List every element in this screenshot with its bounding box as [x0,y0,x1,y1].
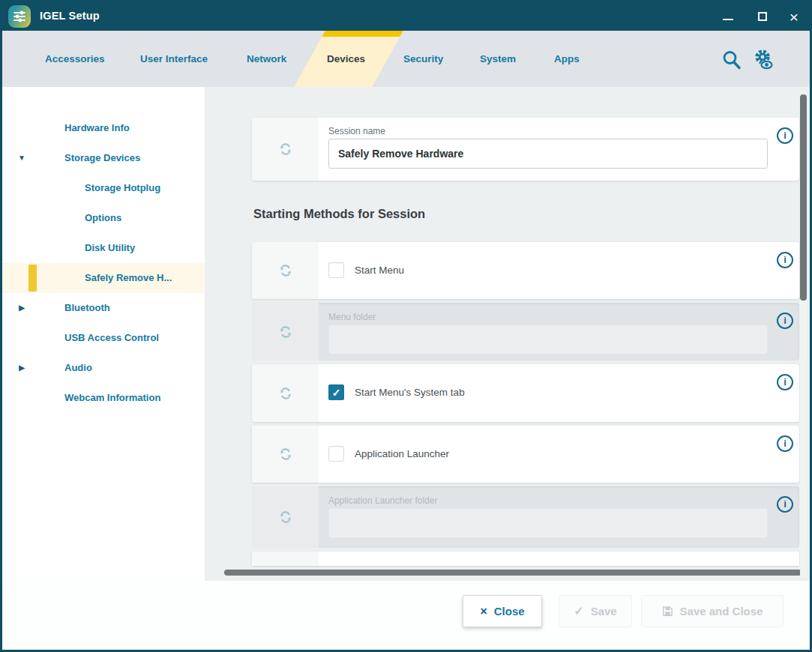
session-name-row: Session name i [252,118,799,181]
reset-column [252,118,319,181]
reset-icon[interactable] [277,140,295,158]
sidebar-item-webcam-information[interactable]: Webcam Information [2,383,205,413]
info-icon[interactable]: i [777,374,793,390]
reset-icon[interactable] [277,384,295,402]
application-launcher-folder-label: Application Launcher folder [328,495,437,506]
igel-setup-window: IGEL Setup × Accessories User Interface … [0,0,812,652]
reset-icon[interactable] [277,508,295,526]
tab-devices[interactable]: Devices [327,31,365,87]
vertical-scrollbar-thumb[interactable] [800,94,807,301]
tab-network[interactable]: Network [247,31,286,87]
info-icon[interactable]: i [777,127,793,144]
sidebar-item-options[interactable]: Options [2,203,205,233]
vertical-scrollbar[interactable] [800,91,807,578]
reset-icon[interactable] [277,445,295,463]
application-launcher-folder-row: Application Launcher folder i [252,486,799,548]
reset-column [252,364,319,422]
minimize-icon [723,19,733,21]
partial-next-row [252,552,799,566]
start-menu-system-tab-row: ✓ Start Menu's System tab i [252,364,799,422]
sidebar-item-disk-utility[interactable]: Disk Utility [2,233,205,263]
tab-accessories[interactable]: Accessories [45,31,105,87]
maximize-icon [758,12,767,21]
checkbox-label: Start Menu [355,265,404,276]
floppy-icon [662,606,673,617]
reset-icon[interactable] [277,323,295,341]
application-launcher-folder-input[interactable] [328,508,768,538]
session-name-label: Session name [328,126,385,136]
sidebar-item-storage-hotplug[interactable]: Storage Hotplug [2,173,205,203]
session-name-input[interactable] [328,139,768,169]
close-button[interactable]: × Close [463,595,542,627]
reset-icon[interactable] [277,262,295,280]
tab-apps[interactable]: Apps [554,31,580,87]
reset-column [252,426,319,483]
settings-tree-sidebar: Hardware Info ▼Storage Devices Storage H… [2,87,205,583]
window-close-button[interactable]: × [781,2,807,31]
sidebar-item-usb-access-control[interactable]: USB Access Control [2,323,205,353]
sidebar-item-storage-devices[interactable]: ▼Storage Devices [2,143,205,173]
reset-column [252,486,319,548]
start-menu-system-tab-checkbox[interactable]: ✓ [328,384,344,400]
checkbox-label: Application Launcher [355,448,449,459]
sidebar-item-bluetooth[interactable]: ▶Bluetooth [2,293,205,323]
start-menu-row: Start Menu i [252,242,799,299]
menu-folder-input[interactable] [328,325,768,354]
horizontal-scrollbar[interactable] [223,570,804,576]
info-icon[interactable]: i [777,435,793,452]
chevron-collapsed-icon[interactable]: ▶ [16,353,28,383]
checkmark-icon: ✓ [332,387,341,399]
title-bar: IGEL Setup × [2,2,810,31]
chevron-expanded-icon[interactable]: ▼ [16,143,28,173]
maximize-button[interactable] [750,2,775,31]
window-title: IGEL Setup [40,10,100,22]
chevron-collapsed-icon[interactable]: ▶ [16,293,28,323]
igel-app-icon [8,5,31,28]
start-menu-checkbox[interactable] [328,262,344,278]
menu-folder-row: Menu folder i [252,303,799,360]
save-button[interactable]: ✓ Save [559,595,632,627]
sidebar-item-safely-remove-hardware[interactable]: Safely Remove H... [2,263,205,293]
application-launcher-checkbox[interactable] [328,446,344,462]
close-icon: × [790,9,799,25]
checkbox-label: Start Menu's System tab [355,387,465,398]
save-check-icon: ✓ [574,604,583,618]
menu-folder-label: Menu folder [328,312,376,322]
minimize-button[interactable] [715,2,741,31]
section-heading: Starting Methods for Session [253,207,425,221]
reset-column [252,303,319,360]
application-launcher-row: Application Launcher i [252,426,799,483]
save-and-close-button[interactable]: Save and Close [641,595,784,627]
close-x-icon: × [480,605,487,618]
info-icon[interactable]: i [777,313,793,329]
tab-user-interface[interactable]: User Interface [140,31,208,87]
tab-system[interactable]: System [480,31,516,87]
selected-item-marker [28,265,37,292]
horizontal-scrollbar-thumb[interactable] [224,570,802,576]
expert-mode-gear-eye-icon[interactable] [752,49,778,74]
sidebar-item-audio[interactable]: ▶Audio [2,353,205,383]
footer-bar: × Close ✓ Save Save and Close [2,581,810,650]
reset-column [252,242,319,299]
tab-bar: Accessories User Interface Network Devic… [2,31,810,87]
info-icon[interactable]: i [777,252,793,268]
settings-panel: Session name i Starting Methods for Sess… [205,87,810,583]
window-body: Hardware Info ▼Storage Devices Storage H… [2,87,810,583]
info-icon[interactable]: i [777,496,793,513]
tab-security[interactable]: Security [403,31,443,87]
sidebar-item-hardware-info[interactable]: Hardware Info [2,113,205,143]
reset-column [252,552,319,566]
search-icon[interactable] [721,49,746,74]
